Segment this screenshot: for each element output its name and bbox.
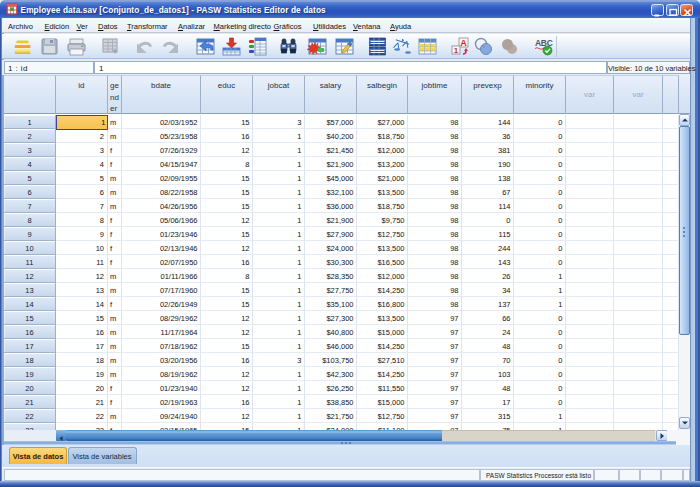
svg-text:A: A (460, 38, 467, 48)
svg-text:1: 1 (453, 46, 458, 55)
